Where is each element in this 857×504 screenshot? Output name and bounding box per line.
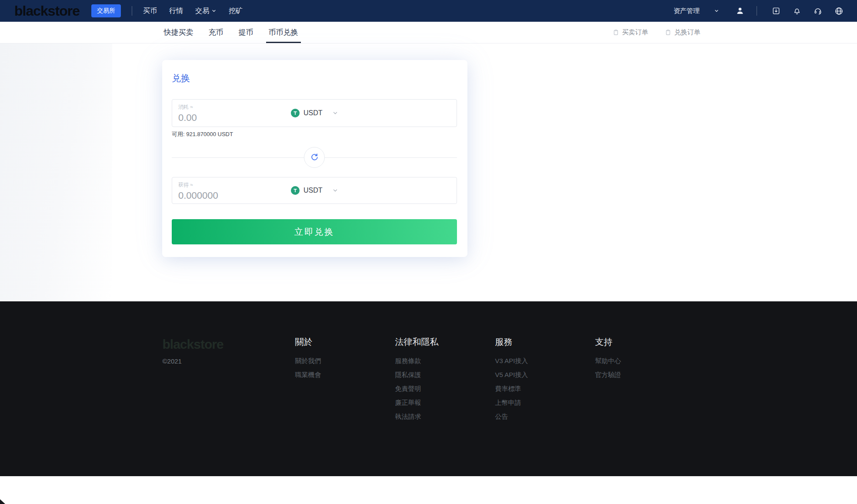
exchange-card: 兑换 消耗 ≈ USDT 可用: 921.870000 USDT (162, 60, 467, 257)
language-globe-icon[interactable] (834, 7, 844, 16)
from-amount-input[interactable] (178, 112, 278, 123)
from-currency-select[interactable]: USDT (291, 109, 338, 117)
brand-logo: blackstore (14, 0, 80, 22)
exchange-orders-label: 兑换订单 (674, 28, 700, 37)
navbar-divider (757, 6, 757, 16)
chevron-down-icon (714, 8, 719, 13)
tab-deposit[interactable]: 充币 (208, 22, 224, 43)
navbar-left: blackstore 交易所 买币 行情 交易 挖矿 (14, 0, 243, 22)
to-currency-select[interactable]: USDT (291, 186, 338, 195)
footer: blackstore ©2021 關於 關於我們 職業機會 法律和隱私 服務條款… (0, 301, 857, 476)
tab-quick-trade[interactable]: 快捷买卖 (163, 22, 194, 43)
download-icon[interactable] (772, 7, 780, 15)
footer-link[interactable]: 費率標準 (495, 385, 595, 392)
usdt-token-icon (291, 109, 300, 117)
swap-row (172, 138, 457, 177)
nav-item-trade[interactable]: 交易 (195, 7, 217, 16)
nav-item-mining[interactable]: 挖矿 (229, 7, 243, 16)
footer-heading: 服務 (495, 337, 595, 347)
footer-link[interactable]: 廉正舉報 (395, 399, 495, 406)
footer-heading: 關於 (295, 337, 395, 347)
footer-heading: 法律和隱私 (395, 337, 495, 347)
footer-column-services: 服務 V3 API接入 V5 API接入 費率標準 上幣申請 公告 (495, 337, 595, 455)
order-clipboard-icon (665, 29, 671, 36)
card-title: 兑换 (172, 73, 457, 83)
footer-link[interactable]: 免責聲明 (395, 385, 495, 392)
order-clipboard-icon (613, 29, 619, 36)
main-content: 兑换 消耗 ≈ USDT 可用: 921.870000 USDT (0, 43, 857, 301)
footer-logo: blackstore (163, 337, 295, 352)
refresh-swap-icon (310, 153, 319, 162)
chevron-down-icon (332, 187, 338, 194)
footer-link[interactable]: 隱私保護 (395, 371, 495, 378)
buy-sell-orders-link[interactable]: 买卖订单 (613, 28, 648, 37)
footer-link[interactable]: 官方驗證 (595, 371, 695, 378)
exchange-orders-link[interactable]: 兑换订单 (665, 28, 700, 37)
available-balance: 可用: 921.870000 USDT (172, 130, 457, 138)
footer-column-about: 關於 關於我們 職業機會 (295, 337, 395, 455)
asset-management-label: 资产管理 (674, 7, 700, 15)
to-currency-label: USDT (303, 187, 323, 194)
footer-link[interactable]: 幫助中心 (595, 357, 695, 364)
usdt-token-icon (291, 186, 300, 195)
asset-management-menu[interactable]: 资产管理 (674, 7, 719, 15)
footer-link[interactable]: 上幣申請 (495, 399, 595, 406)
footer-link[interactable]: 執法請求 (395, 413, 495, 420)
footer-link[interactable]: V3 API接入 (495, 357, 595, 364)
footer-column-legal: 法律和隱私 服務條款 隱私保護 免責聲明 廉正舉報 執法請求 (395, 337, 495, 455)
footer-link[interactable]: 職業機會 (295, 371, 395, 378)
footer-copyright: ©2021 (163, 357, 295, 365)
footer-link[interactable]: 服務條款 (395, 357, 495, 364)
navbar-right: 资产管理 (674, 6, 844, 16)
chevron-down-icon (332, 110, 338, 116)
tab-withdraw[interactable]: 提币 (238, 22, 254, 43)
footer-link[interactable]: V5 API接入 (495, 371, 595, 378)
main-nav: 买币 行情 交易 挖矿 (143, 7, 243, 16)
order-links: 买卖订单 兑换订单 (613, 28, 700, 37)
footer-link[interactable]: 關於我們 (295, 357, 395, 364)
exchange-button[interactable]: 交易所 (91, 4, 121, 17)
left-gradient-decoration (0, 43, 112, 301)
chevron-down-icon (211, 8, 217, 13)
swap-direction-button[interactable] (304, 147, 325, 168)
user-icon[interactable] (736, 7, 744, 15)
navbar-divider (132, 6, 132, 16)
footer-link[interactable]: 公告 (495, 413, 595, 420)
nav-item-trade-label: 交易 (195, 7, 209, 16)
corner-widget-fragment (0, 499, 5, 504)
to-amount-field: 获得 ≈ USDT (172, 177, 457, 204)
subnav-bar: 快捷买卖 充币 提币 币币兑换 买卖订单 兑换订单 (0, 22, 857, 43)
footer-brand: blackstore ©2021 (157, 337, 295, 455)
buy-sell-orders-label: 买卖订单 (622, 28, 648, 37)
to-amount-input[interactable] (178, 190, 278, 201)
support-headset-icon[interactable] (814, 7, 822, 15)
exchange-now-button[interactable]: 立即兑换 (172, 219, 457, 244)
footer-heading: 支持 (595, 337, 695, 347)
footer-column-support: 支持 幫助中心 官方驗證 (595, 337, 695, 455)
subnav-tabs: 快捷买卖 充币 提币 币币兑换 (157, 22, 313, 43)
bottom-strip (0, 476, 857, 504)
from-currency-label: USDT (303, 109, 323, 117)
bell-icon[interactable] (793, 7, 801, 15)
tab-coin-exchange[interactable]: 币币兑换 (268, 22, 299, 43)
nav-item-buy-coin[interactable]: 买币 (143, 7, 157, 16)
from-amount-field: 消耗 ≈ USDT (172, 99, 457, 127)
nav-item-market[interactable]: 行情 (169, 7, 183, 16)
top-navbar: blackstore 交易所 买币 行情 交易 挖矿 资产管理 (0, 0, 857, 22)
